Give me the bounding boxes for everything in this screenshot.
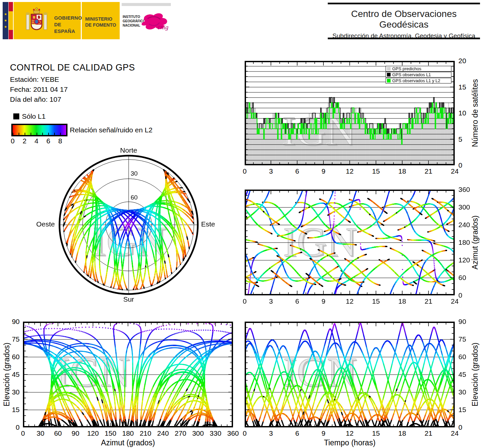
- tick-label: 120: [83, 429, 103, 437]
- tick-label: 9: [313, 429, 333, 437]
- colorbar-tick: [13, 133, 13, 135]
- tick-label: 0: [458, 291, 462, 299]
- tick-label: 12: [340, 167, 360, 175]
- gobierno-logo-box: GOBIERNO DE ESPAÑA: [14, 2, 81, 39]
- tick-label: 90: [65, 429, 85, 437]
- ministerio-logo-box: MINISTERIO DE FOMENTO: [82, 2, 120, 39]
- colorbar-tick-label: 2: [21, 137, 28, 145]
- tick-label: 0: [235, 167, 255, 175]
- tick-label: 0: [458, 423, 462, 431]
- tick-label: 90: [5, 318, 20, 326]
- tick-label: 9: [313, 167, 333, 175]
- tick-label: 20: [458, 57, 466, 65]
- eu-star-icon: ★: [4, 13, 7, 16]
- report-station: Estación: YEBE: [10, 75, 59, 83]
- tick-label: 75: [458, 335, 466, 343]
- legend-label: GPS observados L1: [392, 72, 431, 77]
- flag-red-band: [9, 2, 13, 11]
- tick-label: 15: [366, 167, 386, 175]
- tick-label: 90: [458, 318, 466, 326]
- government-logo-band: ★ ★ ★: [3, 2, 173, 39]
- skyplot-west-label: Oeste: [29, 220, 55, 228]
- colorbar-tick: [66, 133, 67, 135]
- legend-label: GPS predichos: [392, 66, 421, 71]
- legend-label: GPS observados L1 y L2: [392, 78, 440, 83]
- ministerio-line1: MINISTERIO: [85, 16, 116, 22]
- tick-label: 330: [205, 429, 225, 437]
- ministerio-label: MINISTERIO DE FOMENTO: [85, 16, 116, 28]
- tick-label: 10: [458, 109, 466, 117]
- tick-label: 0: [235, 297, 255, 305]
- eu-star-icon: ★: [4, 25, 7, 29]
- colorbar-tick: [48, 133, 49, 135]
- colorbar-tick-label: 4: [33, 137, 40, 145]
- tick-label: 240: [458, 221, 470, 229]
- colorbar-tick: [37, 133, 37, 135]
- tick-label: 15: [366, 297, 386, 305]
- cnig-script-text: cnig: [158, 24, 169, 31]
- tick-label: 15: [366, 429, 386, 437]
- center-title: Centro de Observaciones Geodésicas: [328, 9, 480, 30]
- tick-label: 0: [5, 423, 20, 431]
- elevation-azimuth-x-axis-title: Azimut (grados): [101, 438, 155, 447]
- gobierno-line1: GOBIERNO: [54, 15, 82, 21]
- colorbar-tick: [31, 133, 31, 135]
- tick-label: 0: [458, 161, 462, 169]
- tick-label: 21: [419, 297, 438, 305]
- snr-colorbar: [11, 124, 67, 136]
- tick-label: 6: [287, 167, 307, 175]
- legend-item: GPS predichos: [386, 66, 451, 72]
- skyplot-ring-60-label: 60: [131, 194, 138, 201]
- skyplot-ring-30-label: 30: [131, 170, 138, 177]
- report-day-of-year: Día del año: 107: [10, 95, 61, 103]
- legend-swatch-icon: [387, 79, 391, 82]
- colorbar-tick-label: 6: [45, 137, 52, 145]
- tick-label: 21: [419, 429, 438, 437]
- gray-strip: [122, 3, 171, 6]
- gobierno-line2: DE ESPAÑA: [54, 21, 82, 35]
- gobierno-label: GOBIERNO DE ESPAÑA: [54, 15, 82, 35]
- tick-label: 300: [188, 429, 208, 437]
- azimuth-y-axis-title: Azimut (grados): [471, 216, 480, 269]
- tick-label: 150: [100, 429, 120, 437]
- report-title: CONTROL DE CALIDAD GPS: [10, 63, 135, 73]
- tick-label: 0: [235, 429, 255, 437]
- spain-coat-of-arms-icon: [26, 6, 48, 36]
- skyplot-canvas: [29, 146, 228, 305]
- eu-star-icon: ★: [4, 19, 7, 22]
- tick-label: 6: [287, 429, 307, 437]
- snr-colorbar-label: Relación señal/ruido en L2: [70, 126, 153, 134]
- tick-label: 21: [419, 167, 438, 175]
- colorbar-tick-label: 0: [9, 137, 16, 145]
- skyplot-south-label: Sur: [109, 295, 149, 303]
- skyplot-east-label: Este: [201, 220, 228, 228]
- colorbar-tick: [19, 133, 19, 135]
- tick-label: 60: [458, 274, 466, 282]
- elevation-azimuth-chart: [23, 322, 233, 427]
- azimuth-time-canvas: [245, 190, 455, 295]
- tick-label: 15: [458, 406, 466, 414]
- tick-label: 180: [118, 429, 138, 437]
- satellite-count-chart: GPS predichosGPS observados L1GPS observ…: [245, 61, 455, 165]
- legend-swatch-icon: [387, 73, 391, 76]
- tick-label: 9: [313, 297, 333, 305]
- colorbar-tick: [42, 133, 43, 135]
- satellite-count-legend: GPS predichosGPS observados L1GPS observ…: [386, 66, 451, 84]
- legend-item: GPS observados L1: [386, 72, 451, 77]
- tick-label: 3: [261, 297, 281, 305]
- gps-quality-report-page: ★ ★ ★: [0, 0, 481, 448]
- tick-label: 18: [392, 297, 412, 305]
- colorbar-tick: [25, 133, 25, 135]
- tick-label: 5: [458, 135, 462, 143]
- center-subtitle: Subdirección de Astronomía, Geodesia y G…: [328, 32, 480, 40]
- tick-label: 3: [261, 167, 281, 175]
- colorbar-tick: [60, 133, 61, 135]
- center-header: Centro de Observaciones Geodésicas Subdi…: [328, 3, 480, 39]
- elevation-time-canvas: [245, 322, 455, 427]
- eu-flag-strip: ★ ★ ★: [3, 2, 8, 39]
- solo-l1-swatch: [13, 113, 19, 119]
- elevation-time-y-axis-title: Elevación (grados): [471, 343, 480, 406]
- tick-label: 30: [458, 388, 466, 396]
- tick-label: 75: [5, 335, 20, 343]
- tick-label: 120: [458, 256, 470, 264]
